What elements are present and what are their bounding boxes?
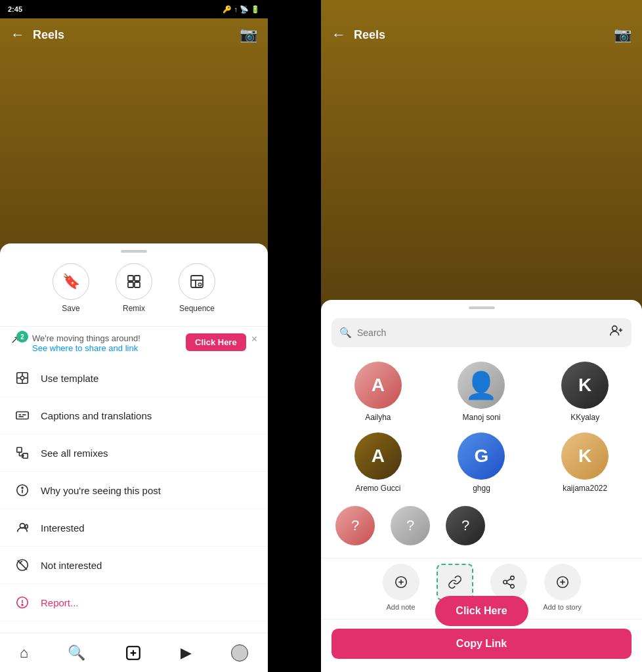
- person-name-kaijama2022: kaijama2022: [563, 484, 607, 493]
- status-time-left: 2:45: [8, 5, 22, 13]
- nav-add[interactable]: [125, 644, 142, 662]
- interested-item[interactable]: Interested: [0, 509, 268, 547]
- panel-divider: [320, 0, 321, 672]
- svg-rect-3: [135, 282, 140, 287]
- svg-rect-1: [135, 276, 140, 281]
- person-name-manoj-soni: Manoj soni: [462, 413, 500, 422]
- back-button-left[interactable]: ←: [11, 26, 25, 43]
- close-notification-button[interactable]: ×: [251, 333, 257, 345]
- svg-rect-0: [128, 276, 133, 281]
- nav-search[interactable]: 🔍: [68, 644, 85, 662]
- report-item[interactable]: Report...: [0, 584, 268, 621]
- use-template-icon: [13, 369, 32, 387]
- add-note-action[interactable]: Add note: [378, 564, 424, 611]
- partial-person-1[interactable]: ?: [332, 506, 379, 558]
- sequence-button[interactable]: Sequence: [179, 263, 215, 313]
- avatar-kaijama2022: K: [561, 432, 609, 480]
- notification-banner: ↗ 2 We're moving things around! See wher…: [0, 326, 268, 360]
- why-seeing-item[interactable]: Why you're seeing this post: [0, 472, 268, 509]
- click-here-button[interactable]: Click Here: [186, 333, 246, 351]
- see-remixes-item[interactable]: See all remixes: [0, 434, 268, 472]
- svg-point-26: [22, 487, 23, 488]
- svg-point-43: [612, 326, 617, 331]
- search-input[interactable]: [357, 327, 604, 338]
- save-button[interactable]: 🔖 Save: [53, 263, 89, 313]
- right-reels-header: ← Reels 📷: [321, 18, 642, 51]
- nav-profile[interactable]: [231, 644, 248, 662]
- avatar-aailyha: A: [354, 362, 402, 409]
- use-template-item[interactable]: Use template: [0, 360, 268, 397]
- not-interested-icon: [13, 556, 32, 574]
- partial-person-3[interactable]: ?: [442, 506, 489, 558]
- use-template-label: Use template: [41, 373, 98, 384]
- person-name-kkyalay: KKyalay: [570, 413, 599, 422]
- interested-icon: [13, 518, 32, 537]
- remixes-icon: [13, 444, 32, 462]
- share-action-icon: [490, 564, 527, 600]
- add-note-icon: [383, 564, 419, 600]
- avatar-manoj-soni: 👤: [458, 362, 505, 409]
- remix-icon: [116, 263, 152, 300]
- search-bar[interactable]: 🔍: [332, 318, 631, 347]
- captions-label: Captions and translations: [41, 410, 152, 421]
- why-seeing-icon: [13, 481, 32, 499]
- avatar-ghgg: G: [458, 432, 505, 480]
- notif-icon-wrapper: ↗ 2: [11, 333, 26, 346]
- save-label: Save: [62, 304, 79, 313]
- notif-line1: We're moving things around!: [32, 333, 186, 343]
- not-interested-item[interactable]: Not interested: [0, 547, 268, 584]
- people-grid: A Aailyha 👤 Manoj soni K KKyalay: [321, 356, 642, 498]
- sequence-icon: [179, 263, 215, 300]
- person-aremo-gucci[interactable]: A Aremo Gucci: [326, 427, 430, 498]
- avatar-aremo-gucci: A: [354, 432, 402, 480]
- svg-point-33: [22, 604, 23, 606]
- svg-rect-20: [17, 448, 22, 452]
- camera-icon-right[interactable]: 📷: [614, 26, 631, 43]
- svg-line-52: [506, 583, 510, 585]
- why-seeing-label: Why you're seeing this post: [41, 485, 161, 496]
- person-aailyha[interactable]: A Aailyha: [326, 356, 430, 427]
- left-panel: 2:45 🔑 ↑ 📡 🔋 ← Reels 📷 ♡ 586K 💬 1,267 ✈ …: [0, 0, 268, 672]
- back-button-right[interactable]: ←: [332, 26, 346, 43]
- notification-badge: 2: [16, 331, 28, 343]
- reels-title-right: Reels: [354, 28, 385, 42]
- sequence-label: Sequence: [179, 304, 215, 313]
- svg-point-51: [510, 585, 514, 589]
- person-name-ghgg: ghgg: [473, 484, 490, 493]
- copy-link-button[interactable]: Copy Link: [332, 629, 631, 659]
- reels-title-left: Reels: [33, 28, 64, 42]
- report-label: Report...: [41, 597, 79, 608]
- report-icon: [13, 593, 32, 612]
- captions-item[interactable]: Captions and translations: [0, 397, 268, 434]
- camera-icon-left[interactable]: 📷: [240, 26, 257, 43]
- svg-point-49: [510, 576, 514, 580]
- person-kaijama2022[interactable]: K kaijama2022: [533, 427, 637, 498]
- add-note-label: Add note: [386, 603, 415, 611]
- partial-avatar-2: ?: [391, 506, 430, 545]
- left-reels-header: ← Reels 📷: [0, 18, 268, 51]
- click-here-floating-button[interactable]: Click Here: [435, 596, 528, 626]
- copy-link-icon: [437, 564, 473, 600]
- svg-rect-16: [16, 412, 28, 419]
- actions-row: 🔖 Save Remix: [0, 263, 268, 326]
- person-ghgg[interactable]: G ghgg: [430, 427, 534, 498]
- svg-point-50: [503, 580, 507, 584]
- partial-person-2[interactable]: ?: [387, 506, 434, 558]
- nav-reels[interactable]: ▶: [181, 644, 192, 662]
- remix-label: Remix: [123, 304, 145, 313]
- person-name-aremo-gucci: Aremo Gucci: [355, 484, 400, 493]
- see-remixes-label: See all remixes: [41, 448, 108, 459]
- bottom-sheet: 🔖 Save Remix: [0, 243, 268, 672]
- person-manoj-soni[interactable]: 👤 Manoj soni: [430, 356, 534, 427]
- not-interested-label: Not interested: [41, 560, 102, 571]
- person-kkyalay[interactable]: K KKyalay: [533, 356, 637, 427]
- remix-button[interactable]: Remix: [116, 263, 152, 313]
- partial-avatar-3: ?: [446, 506, 485, 545]
- share-handle: [469, 306, 495, 309]
- add-to-story-icon: [544, 564, 581, 600]
- add-people-button[interactable]: [609, 324, 624, 342]
- nav-home[interactable]: ⌂: [20, 644, 28, 662]
- add-to-story-action[interactable]: Add to story: [540, 564, 586, 611]
- avatar-kkyalay: K: [561, 362, 609, 409]
- save-icon: 🔖: [53, 263, 89, 300]
